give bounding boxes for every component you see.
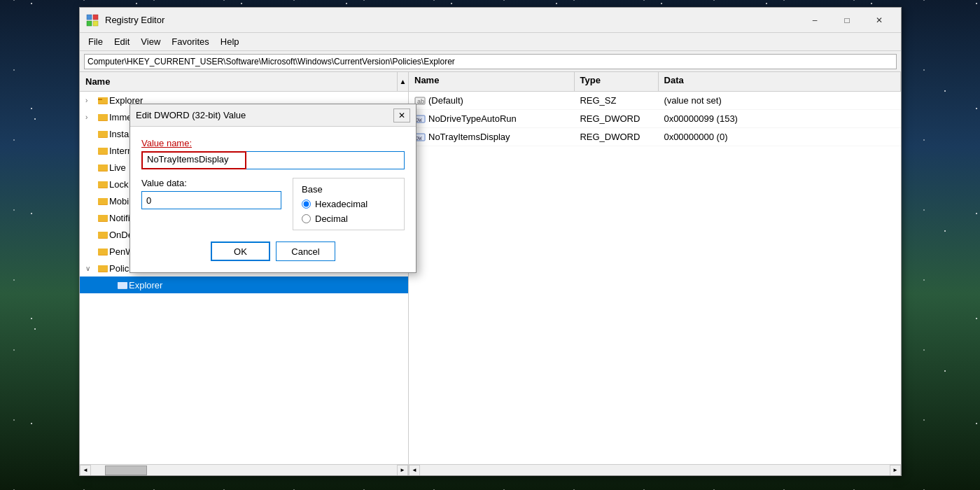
dialog-close-button[interactable]: ✕ [393, 108, 410, 122]
menu-bar: File Edit View Favorites Help [80, 33, 901, 51]
reg-type-default: REG_SZ [574, 94, 658, 107]
dialog-body: Value name: NoTrayItemsDisplay Value dat… [130, 127, 416, 272]
menu-view[interactable]: View [135, 35, 166, 48]
folder-icon [118, 280, 129, 290]
svg-rect-18 [98, 198, 108, 204]
svg-rect-14 [98, 164, 108, 171]
reg-type-autorun: REG_DWORD [574, 112, 658, 125]
svg-rect-8 [98, 114, 108, 120]
reg-name-autorun: DW NoDriveTypeAutoRun [409, 112, 574, 125]
reg-name-default: ab (Default) [409, 94, 574, 107]
value-data-input[interactable] [141, 191, 281, 209]
folder-icon [98, 162, 109, 172]
tree-item-label: Explorer [129, 280, 162, 290]
right-content: ab (Default) REG_SZ (value not set) DW N… [409, 92, 901, 464]
radio-group: Hexadecimal Decimal [302, 199, 396, 224]
title-bar: Registry Editor – □ ✕ [80, 8, 901, 33]
right-scroll-track[interactable] [420, 465, 890, 476]
base-title: Base [302, 184, 396, 195]
reg-row-notray[interactable]: DW NoTrayItemsDisplay REG_DWORD 0x000000… [409, 128, 901, 146]
tree-item-label: Live [109, 162, 126, 173]
value-name-extended-input[interactable] [246, 151, 405, 169]
arrow-icon: › [85, 113, 97, 121]
radio-decimal-label[interactable]: Decimal [302, 214, 396, 224]
folder-icon [98, 196, 109, 206]
dialog-buttons: OK Cancel [141, 239, 405, 261]
ok-button[interactable]: OK [211, 241, 270, 261]
arrow-icon: ∨ [85, 265, 97, 272]
close-button[interactable]: ✕ [863, 10, 895, 30]
svg-rect-24 [98, 248, 108, 255]
menu-edit[interactable]: Edit [108, 35, 135, 48]
dialog-title-bar: Edit DWORD (32-bit) Value ✕ [130, 104, 416, 127]
arrow-icon: › [85, 97, 97, 104]
value-name-group: Value name: NoTrayItemsDisplay [141, 138, 405, 169]
right-scroll-right-btn[interactable]: ► [890, 465, 901, 476]
radio-hexadecimal[interactable] [302, 200, 311, 209]
svg-rect-2 [87, 21, 92, 26]
menu-file[interactable]: File [83, 35, 108, 48]
radio-hexadecimal-label[interactable]: Hexadecimal [302, 199, 396, 209]
title-controls: – □ ✕ [799, 10, 895, 30]
col-header-name: Name [409, 72, 575, 91]
radio-hexadecimal-text: Hexadecimal [315, 199, 368, 209]
svg-rect-28 [118, 282, 127, 288]
svg-text:DW: DW [416, 136, 422, 141]
right-scroll-left-btn[interactable]: ◄ [409, 465, 420, 476]
svg-rect-10 [98, 131, 108, 137]
col-header-data: Data [659, 72, 901, 91]
value-data-label: Value data: [141, 178, 281, 188]
svg-rect-16 [98, 181, 108, 188]
scroll-thumb [105, 465, 147, 475]
svg-rect-3 [93, 21, 98, 26]
right-header: Name Type Data [409, 72, 901, 92]
right-panel: Name Type Data ab (Default) REG_SZ (valu… [409, 72, 901, 475]
scroll-track[interactable] [91, 465, 397, 476]
scroll-right-btn[interactable]: ► [397, 465, 408, 476]
menu-favorites[interactable]: Favorites [166, 35, 214, 48]
folder-icon [98, 230, 109, 239]
app-icon [85, 13, 99, 27]
reg-row-autorun[interactable]: DW NoDriveTypeAutoRun REG_DWORD 0x000000… [409, 110, 901, 128]
col-header-type: Type [575, 72, 659, 91]
scroll-left-btn[interactable]: ◄ [80, 465, 91, 476]
svg-rect-12 [98, 148, 108, 154]
data-base-row: Value data: Base Hexadecimal Decimal [141, 178, 405, 230]
folder-icon [98, 263, 109, 273]
folder-icon [98, 146, 109, 155]
folder-icon [98, 129, 109, 139]
svg-rect-20 [98, 215, 108, 221]
address-bar [80, 51, 901, 72]
address-input[interactable] [84, 54, 897, 69]
minimize-button[interactable]: – [799, 10, 831, 30]
radio-decimal[interactable] [302, 214, 311, 223]
svg-rect-6 [98, 99, 102, 100]
reg-name-text: (Default) [428, 95, 463, 106]
dialog-title: Edit DWORD (32-bit) Value [136, 110, 246, 120]
reg-data-default: (value not set) [658, 94, 901, 107]
reg-name-notray: DW NoTrayItemsDisplay [409, 130, 574, 144]
svg-rect-5 [98, 97, 108, 104]
reg-name-text: NoDriveTypeAutoRun [428, 113, 517, 124]
svg-text:DW: DW [416, 118, 422, 123]
folder-icon [98, 179, 109, 189]
folder-icon [98, 112, 109, 122]
tree-scroll-up[interactable]: ▲ [397, 72, 408, 91]
radio-decimal-text: Decimal [315, 214, 348, 224]
menu-help[interactable]: Help [215, 35, 245, 48]
tree-item-explorer-child[interactable]: › Explorer [80, 276, 408, 293]
folder-icon [98, 213, 109, 223]
svg-rect-1 [93, 15, 98, 20]
reg-row-default[interactable]: ab (Default) REG_SZ (value not set) [409, 92, 901, 110]
tree-header-name: Name [80, 74, 397, 90]
data-section: Value data: [141, 178, 281, 230]
svg-text:ab: ab [417, 98, 424, 105]
cancel-button[interactable]: Cancel [276, 241, 335, 261]
value-name-label: Value name: [141, 138, 405, 148]
edit-dword-dialog: Edit DWORD (32-bit) Value ✕ Value name: … [130, 104, 416, 273]
reg-type-notray: REG_DWORD [574, 130, 658, 144]
window-title: Registry Editor [105, 15, 164, 25]
value-name-container: NoTrayItemsDisplay [141, 151, 405, 169]
maximize-button[interactable]: □ [831, 10, 863, 30]
folder-icon [98, 95, 109, 105]
